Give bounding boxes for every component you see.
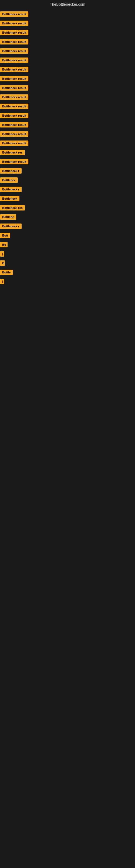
result-item: Bottleneck r [0, 186, 135, 193]
bottleneck-result-badge[interactable]: Bottleneck r [0, 223, 21, 229]
bottleneck-result-badge[interactable]: Bottleneck res [0, 205, 25, 211]
result-item: Bottleneck result [0, 130, 135, 138]
bottleneck-result-badge[interactable]: Bottleneck result [0, 104, 28, 109]
result-item: Bottleneck [0, 195, 135, 203]
bottleneck-result-badge[interactable]: Bottleneck r [0, 187, 21, 192]
result-item: Bottleneck result [0, 29, 135, 36]
result-item: Bottleneck res [0, 204, 135, 212]
result-item: Bottleneck result [0, 112, 135, 119]
bottleneck-result-badge[interactable]: Bottleneck [0, 196, 19, 201]
site-title-container: TheBottlenecker.com [0, 0, 135, 8]
result-item: Bottleneck result [0, 93, 135, 101]
bottleneck-result-badge[interactable]: Bottleneck result [0, 141, 28, 146]
bottleneck-result-badge[interactable]: Bottleneck result [0, 21, 28, 26]
bottleneck-result-badge[interactable]: Bottlenec [0, 177, 18, 183]
bottleneck-result-badge[interactable]: B [0, 260, 5, 266]
bottleneck-result-badge[interactable]: Bottleneck result [0, 85, 28, 91]
bottleneck-result-badge[interactable]: Bottleneck result [0, 11, 28, 17]
bottleneck-result-badge[interactable]: Bott [0, 233, 10, 238]
result-item: B [0, 259, 135, 267]
bottleneck-result-badge[interactable]: Bottlene [0, 214, 16, 220]
bottleneck-result-badge[interactable]: Bottleneck result [0, 48, 28, 54]
bottleneck-result-badge[interactable]: Bo [0, 242, 8, 247]
result-item: Bott [0, 231, 135, 239]
bottleneck-result-badge[interactable]: Bottleneck res [0, 150, 25, 155]
bottleneck-result-badge[interactable]: Bottleneck result [0, 30, 28, 35]
bottleneck-result-badge[interactable]: Bottleneck result [0, 122, 28, 127]
bottleneck-result-badge[interactable]: Bottleneck result [0, 131, 28, 137]
bottleneck-result-badge[interactable]: Bottle [0, 270, 13, 275]
result-item: Bottleneck result [0, 158, 135, 165]
bottleneck-result-badge[interactable]: Bottleneck result [0, 159, 28, 164]
results-container: Bottleneck resultBottleneck resultBottle… [0, 8, 135, 288]
result-item: Bottleneck result [0, 20, 135, 27]
result-item: Bottleneck result [0, 121, 135, 129]
bottleneck-result-badge[interactable]: | [0, 279, 4, 284]
bottleneck-result-badge[interactable]: Bottleneck result [0, 39, 28, 44]
result-item: | [0, 250, 135, 258]
result-item: Bottlenec [0, 176, 135, 184]
bottleneck-result-badge[interactable]: Bottleneck result [0, 58, 28, 63]
result-item: Bottle [0, 269, 135, 276]
result-item: Bottleneck result [0, 56, 135, 64]
result-item: Bottleneck result [0, 102, 135, 110]
result-item: Bottleneck result [0, 140, 135, 147]
result-item: Bottleneck r [0, 222, 135, 230]
result-item: Bottleneck result [0, 10, 135, 18]
result-item: Bottleneck result [0, 84, 135, 92]
result-item: Bottleneck result [0, 66, 135, 73]
result-item: Bo [0, 241, 135, 248]
bottleneck-result-badge[interactable]: Bottleneck result [0, 113, 28, 118]
result-item: Bottleneck res [0, 149, 135, 156]
bottleneck-result-badge[interactable]: Bottleneck result [0, 67, 28, 72]
bottleneck-result-badge[interactable]: Bottleneck result [0, 94, 28, 100]
bottleneck-result-badge[interactable]: Bottleneck result [0, 76, 28, 82]
result-item: Bottleneck r [0, 167, 135, 175]
result-item: Bottleneck result [0, 47, 135, 55]
bottleneck-result-badge[interactable]: Bottleneck r [0, 168, 21, 174]
result-item: | [0, 278, 135, 285]
result-item: Bottleneck result [0, 75, 135, 83]
site-title: TheBottlenecker.com [0, 0, 135, 8]
result-item: Bottleneck result [0, 38, 135, 45]
bottleneck-result-badge[interactable]: | [0, 251, 4, 257]
result-item: Bottlene [0, 213, 135, 221]
